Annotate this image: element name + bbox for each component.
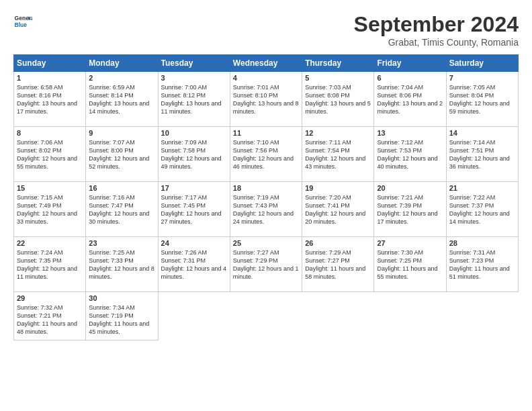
col-thursday: Thursday — [302, 55, 374, 72]
table-row: 13 Sunrise: 7:12 AM Sunset: 7:53 PM Dayl… — [374, 127, 446, 182]
day-number: 24 — [161, 239, 227, 247]
cell-content: Sunrise: 7:26 AM Sunset: 7:31 PM Dayligh… — [161, 248, 227, 281]
cell-content: Sunrise: 7:14 AM Sunset: 7:51 PM Dayligh… — [449, 138, 515, 171]
day-number: 25 — [233, 239, 299, 247]
cell-content: Sunrise: 7:21 AM Sunset: 7:39 PM Dayligh… — [377, 193, 443, 226]
calendar-week-row: 29 Sunrise: 7:32 AM Sunset: 7:21 PM Dayl… — [14, 292, 519, 340]
table-row: 18 Sunrise: 7:19 AM Sunset: 7:43 PM Dayl… — [230, 182, 302, 237]
table-row: 22 Sunrise: 7:24 AM Sunset: 7:35 PM Dayl… — [14, 237, 86, 292]
day-number: 16 — [89, 184, 154, 192]
table-row: 7 Sunrise: 7:05 AM Sunset: 8:04 PM Dayli… — [446, 72, 518, 127]
col-friday: Friday — [374, 55, 446, 72]
cell-content: Sunrise: 7:31 AM Sunset: 7:23 PM Dayligh… — [449, 248, 515, 281]
calendar-week-row: 15 Sunrise: 7:15 AM Sunset: 7:49 PM Dayl… — [14, 182, 519, 237]
logo: General Blue — [13, 12, 32, 31]
calendar-week-row: 1 Sunrise: 6:58 AM Sunset: 8:16 PM Dayli… — [14, 72, 519, 127]
day-number: 12 — [305, 129, 371, 137]
day-number: 27 — [377, 239, 443, 247]
cell-content: Sunrise: 7:16 AM Sunset: 7:47 PM Dayligh… — [89, 193, 154, 226]
table-row: 5 Sunrise: 7:03 AM Sunset: 8:08 PM Dayli… — [302, 72, 374, 127]
table-row: 29 Sunrise: 7:32 AM Sunset: 7:21 PM Dayl… — [14, 292, 86, 340]
day-number: 4 — [233, 74, 299, 82]
table-row: 23 Sunrise: 7:25 AM Sunset: 7:33 PM Dayl… — [86, 237, 158, 292]
cell-content: Sunrise: 7:17 AM Sunset: 7:45 PM Dayligh… — [161, 193, 227, 226]
table-row: 28 Sunrise: 7:31 AM Sunset: 7:23 PM Dayl… — [446, 237, 518, 292]
day-number: 15 — [17, 184, 83, 192]
cell-content: Sunrise: 7:00 AM Sunset: 8:12 PM Dayligh… — [161, 83, 227, 116]
svg-text:Blue: Blue — [15, 21, 28, 28]
day-number: 1 — [17, 74, 83, 82]
cell-content: Sunrise: 6:58 AM Sunset: 8:16 PM Dayligh… — [17, 83, 83, 116]
day-number: 3 — [161, 74, 227, 82]
cell-content: Sunrise: 7:20 AM Sunset: 7:41 PM Dayligh… — [305, 193, 371, 226]
table-row: 15 Sunrise: 7:15 AM Sunset: 7:49 PM Dayl… — [14, 182, 86, 237]
calendar-week-row: 8 Sunrise: 7:06 AM Sunset: 8:02 PM Dayli… — [14, 127, 519, 182]
table-row: 4 Sunrise: 7:01 AM Sunset: 8:10 PM Dayli… — [230, 72, 302, 127]
table-row: 24 Sunrise: 7:26 AM Sunset: 7:31 PM Dayl… — [158, 237, 230, 292]
cell-content: Sunrise: 7:27 AM Sunset: 7:29 PM Dayligh… — [233, 248, 299, 281]
day-number: 30 — [89, 294, 154, 302]
col-monday: Monday — [86, 55, 158, 72]
table-row: 16 Sunrise: 7:16 AM Sunset: 7:47 PM Dayl… — [86, 182, 158, 237]
cell-content: Sunrise: 7:19 AM Sunset: 7:43 PM Dayligh… — [233, 193, 299, 226]
cell-content: Sunrise: 7:10 AM Sunset: 7:56 PM Dayligh… — [233, 138, 299, 171]
table-row: 2 Sunrise: 6:59 AM Sunset: 8:14 PM Dayli… — [86, 72, 158, 127]
month-title: September 2024 — [354, 12, 519, 37]
table-row: 3 Sunrise: 7:00 AM Sunset: 8:12 PM Dayli… — [158, 72, 230, 127]
col-sunday: Sunday — [14, 55, 86, 72]
cell-content: Sunrise: 7:32 AM Sunset: 7:21 PM Dayligh… — [17, 304, 83, 336]
cell-content: Sunrise: 7:24 AM Sunset: 7:35 PM Dayligh… — [17, 248, 83, 281]
day-number: 13 — [377, 129, 443, 137]
cell-content: Sunrise: 7:11 AM Sunset: 7:54 PM Dayligh… — [305, 138, 371, 171]
cell-content: Sunrise: 7:07 AM Sunset: 8:00 PM Dayligh… — [89, 138, 154, 171]
cell-content: Sunrise: 7:01 AM Sunset: 8:10 PM Dayligh… — [233, 83, 299, 116]
day-number: 23 — [89, 239, 154, 247]
cell-content: Sunrise: 7:22 AM Sunset: 7:37 PM Dayligh… — [449, 193, 515, 226]
cell-content: Sunrise: 7:30 AM Sunset: 7:25 PM Dayligh… — [377, 248, 443, 281]
calendar-table: Sunday Monday Tuesday Wednesday Thursday… — [13, 54, 519, 340]
table-row: 9 Sunrise: 7:07 AM Sunset: 8:00 PM Dayli… — [86, 127, 158, 182]
table-row: 6 Sunrise: 7:04 AM Sunset: 8:06 PM Dayli… — [374, 72, 446, 127]
cell-content: Sunrise: 6:59 AM Sunset: 8:14 PM Dayligh… — [89, 83, 154, 116]
table-row: 17 Sunrise: 7:17 AM Sunset: 7:45 PM Dayl… — [158, 182, 230, 237]
table-row: 20 Sunrise: 7:21 AM Sunset: 7:39 PM Dayl… — [374, 182, 446, 237]
day-number: 22 — [17, 239, 83, 247]
table-row: 19 Sunrise: 7:20 AM Sunset: 7:41 PM Dayl… — [302, 182, 374, 237]
table-row: 1 Sunrise: 6:58 AM Sunset: 8:16 PM Dayli… — [14, 72, 86, 127]
day-number: 29 — [17, 294, 83, 302]
cell-content: Sunrise: 7:05 AM Sunset: 8:04 PM Dayligh… — [449, 83, 515, 116]
day-number: 17 — [161, 184, 227, 192]
weekday-header-row: Sunday Monday Tuesday Wednesday Thursday… — [14, 55, 519, 72]
logo-icon: General Blue — [13, 12, 32, 31]
table-row: 30 Sunrise: 7:34 AM Sunset: 7:19 PM Dayl… — [86, 292, 158, 340]
table-row: 12 Sunrise: 7:11 AM Sunset: 7:54 PM Dayl… — [302, 127, 374, 182]
table-row: 10 Sunrise: 7:09 AM Sunset: 7:58 PM Dayl… — [158, 127, 230, 182]
col-saturday: Saturday — [446, 55, 518, 72]
day-number: 18 — [233, 184, 299, 192]
cell-content: Sunrise: 7:04 AM Sunset: 8:06 PM Dayligh… — [377, 83, 443, 116]
table-row: 21 Sunrise: 7:22 AM Sunset: 7:37 PM Dayl… — [446, 182, 518, 237]
day-number: 2 — [89, 74, 154, 82]
day-number: 6 — [377, 74, 443, 82]
calendar-page: General Blue September 2024 Grabat, Timi… — [0, 0, 532, 411]
table-row: 8 Sunrise: 7:06 AM Sunset: 8:02 PM Dayli… — [14, 127, 86, 182]
col-wednesday: Wednesday — [230, 55, 302, 72]
table-row: 14 Sunrise: 7:14 AM Sunset: 7:51 PM Dayl… — [446, 127, 518, 182]
table-row: 27 Sunrise: 7:30 AM Sunset: 7:25 PM Dayl… — [374, 237, 446, 292]
calendar-week-row: 22 Sunrise: 7:24 AM Sunset: 7:35 PM Dayl… — [14, 237, 519, 292]
cell-content: Sunrise: 7:15 AM Sunset: 7:49 PM Dayligh… — [17, 193, 83, 226]
header: General Blue September 2024 Grabat, Timi… — [13, 12, 519, 48]
day-number: 20 — [377, 184, 443, 192]
day-number: 7 — [449, 74, 515, 82]
day-number: 26 — [305, 239, 371, 247]
cell-content: Sunrise: 7:34 AM Sunset: 7:19 PM Dayligh… — [89, 304, 154, 336]
day-number: 21 — [449, 184, 515, 192]
table-row: 11 Sunrise: 7:10 AM Sunset: 7:56 PM Dayl… — [230, 127, 302, 182]
cell-content: Sunrise: 7:12 AM Sunset: 7:53 PM Dayligh… — [377, 138, 443, 171]
title-block: September 2024 Grabat, Timis County, Rom… — [354, 12, 519, 48]
day-number: 10 — [161, 129, 227, 137]
day-number: 28 — [449, 239, 515, 247]
cell-content: Sunrise: 7:29 AM Sunset: 7:27 PM Dayligh… — [305, 248, 371, 281]
table-row: 26 Sunrise: 7:29 AM Sunset: 7:27 PM Dayl… — [302, 237, 374, 292]
day-number: 14 — [449, 129, 515, 137]
